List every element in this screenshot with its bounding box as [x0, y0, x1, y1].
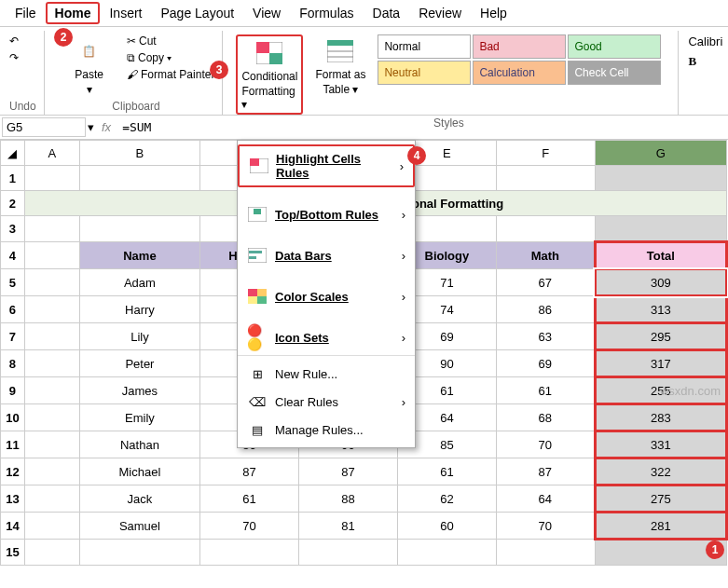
menu-new-rule[interactable]: ⊞New Rule... [238, 360, 415, 388]
cell[interactable] [595, 166, 726, 191]
cell-math[interactable]: 87 [496, 458, 595, 485]
rowhead[interactable]: 7 [1, 323, 25, 350]
cell-math[interactable]: 70 [496, 431, 595, 458]
cell-name[interactable]: Emily [79, 404, 199, 431]
cell-math[interactable]: 70 [496, 513, 595, 540]
cell-total[interactable]: 283 [595, 404, 726, 431]
menu-page-layout[interactable]: Page Layout [151, 2, 243, 24]
rowhead[interactable]: 15 [1, 540, 25, 566]
cell[interactable] [200, 540, 299, 566]
cell-name[interactable]: Adam [79, 269, 199, 296]
cell[interactable] [595, 216, 726, 242]
cell[interactable] [79, 166, 199, 191]
rowhead[interactable]: 12 [1, 458, 25, 485]
cell[interactable] [24, 242, 79, 269]
cell-math[interactable]: 61 [496, 377, 595, 404]
undo-icon[interactable]: ↶ [9, 34, 19, 48]
cell[interactable] [496, 166, 595, 191]
format-painter-button[interactable]: 🖌 Format Painter [127, 68, 215, 81]
cell-total[interactable]: 281 [595, 513, 726, 540]
cell-name[interactable]: Jack [79, 485, 199, 513]
cell-total[interactable]: 331 [595, 431, 726, 458]
cell-total[interactable]: 295 [595, 323, 726, 350]
header-total[interactable]: Total [595, 242, 726, 269]
cell-history[interactable]: 87 [200, 458, 299, 485]
cell[interactable] [299, 540, 398, 566]
cell-history[interactable]: 61 [200, 485, 299, 513]
redo-icon[interactable]: ↷ [9, 51, 19, 64]
menu-home[interactable]: Home [46, 2, 101, 24]
menu-manage-rules[interactable]: ▤Manage Rules... [238, 416, 415, 444]
cell[interactable] [24, 166, 79, 191]
cell-english[interactable]: 87 [299, 458, 398, 485]
menu-color-scales[interactable]: Color Scales› [238, 282, 415, 310]
cell[interactable] [24, 431, 79, 458]
cell-biology[interactable]: 60 [397, 513, 496, 540]
menu-data-bars[interactable]: Data Bars› [238, 241, 415, 269]
cell-math[interactable]: 68 [496, 404, 595, 431]
select-all-corner[interactable]: ◢ [1, 141, 25, 166]
cell-total[interactable]: 322 [595, 458, 726, 485]
rowhead[interactable]: 8 [1, 350, 25, 377]
rowhead[interactable]: 1 [1, 166, 25, 191]
cell[interactable] [496, 540, 595, 566]
menu-review[interactable]: Review [409, 2, 471, 24]
cell[interactable] [24, 458, 79, 485]
conditional-formatting-button[interactable]: Conditional Formatting ▾ [236, 34, 303, 115]
cell-total[interactable]: 317 [595, 350, 726, 377]
menu-highlight-cells-rules[interactable]: Highlight Cells Rules› [238, 144, 415, 187]
rowhead[interactable]: 6 [1, 296, 25, 323]
cell-math[interactable]: 63 [496, 323, 595, 350]
rowhead[interactable]: 11 [1, 431, 25, 458]
rowhead[interactable]: 2 [1, 191, 25, 216]
cell[interactable] [24, 269, 79, 296]
cell-styles-gallery[interactable]: Normal Bad Good Neutral Calculation Chec… [378, 34, 661, 85]
cell-math[interactable]: 64 [496, 485, 595, 513]
cell[interactable] [397, 540, 496, 566]
cell-english[interactable]: 88 [299, 485, 398, 513]
menu-icon-sets[interactable]: 🔴🟡 Icon Sets› [238, 323, 415, 351]
copy-button[interactable]: ⧉ Copy ▾ [127, 51, 215, 64]
font-name-selector[interactable]: Calibri [688, 34, 722, 48]
rowhead[interactable]: 5 [1, 269, 25, 296]
cell-math[interactable]: 86 [496, 296, 595, 323]
header-name[interactable]: Name [79, 242, 199, 269]
format-as-table-button[interactable]: Format as Table ▾ [309, 34, 372, 98]
name-box[interactable]: G5 [2, 117, 86, 137]
cell-english[interactable]: 81 [299, 513, 398, 540]
menu-formulas[interactable]: Formulas [290, 2, 363, 24]
menu-help[interactable]: Help [471, 2, 516, 24]
name-box-dropdown-icon[interactable]: ▾ [88, 120, 94, 134]
cell-total[interactable]: 313 [595, 296, 726, 323]
menu-data[interactable]: Data [364, 2, 410, 24]
cell-name[interactable]: Samuel [79, 513, 199, 540]
colhead-f[interactable]: F [496, 141, 595, 166]
cell[interactable] [24, 513, 79, 540]
cell-math[interactable]: 69 [496, 350, 595, 377]
menu-top-bottom-rules[interactable]: Top/Bottom Rules› [238, 200, 415, 228]
cell[interactable] [24, 377, 79, 404]
rowhead[interactable]: 9 [1, 377, 25, 404]
rowhead[interactable]: 4 [1, 242, 25, 269]
rowhead[interactable]: 13 [1, 485, 25, 513]
rowhead[interactable]: 3 [1, 216, 25, 242]
bold-button[interactable]: B [688, 54, 722, 69]
rowhead[interactable]: 10 [1, 404, 25, 431]
cell[interactable] [24, 350, 79, 377]
cell[interactable] [79, 540, 199, 566]
cell-name[interactable]: Harry [79, 296, 199, 323]
menu-file[interactable]: File [6, 2, 46, 24]
colhead-g[interactable]: G [595, 141, 726, 166]
cell[interactable] [24, 296, 79, 323]
cell[interactable] [24, 404, 79, 431]
cell-name[interactable]: Nathan [79, 431, 199, 458]
menu-view[interactable]: View [243, 2, 290, 24]
cell-math[interactable]: 67 [496, 269, 595, 296]
cell[interactable] [79, 216, 199, 242]
cell-total[interactable]: 275 [595, 485, 726, 513]
cell-name[interactable]: Michael [79, 458, 199, 485]
colhead-a[interactable]: A [24, 141, 79, 166]
cell-name[interactable]: Peter [79, 350, 199, 377]
cell-name[interactable]: James [79, 377, 199, 404]
cell[interactable] [24, 485, 79, 513]
